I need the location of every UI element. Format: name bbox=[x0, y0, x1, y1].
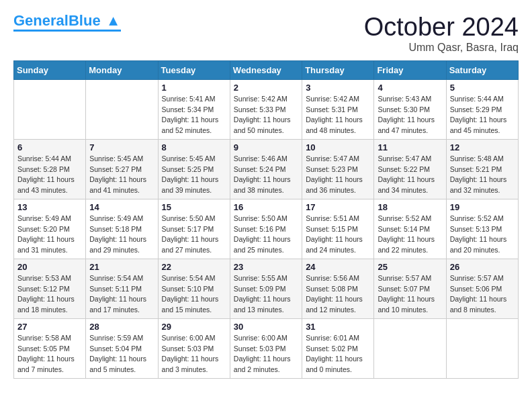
day-info: Sunrise: 5:46 AMSunset: 5:24 PMDaylight:… bbox=[234, 154, 298, 196]
calendar-cell bbox=[446, 318, 518, 378]
day-info: Sunrise: 5:54 AMSunset: 5:10 PMDaylight:… bbox=[162, 273, 226, 316]
day-info: Sunrise: 5:49 AMSunset: 5:20 PMDaylight:… bbox=[17, 214, 82, 256]
day-number: 9 bbox=[234, 142, 298, 152]
calendar-cell: 9Sunrise: 5:46 AMSunset: 5:24 PMDaylight… bbox=[230, 139, 302, 199]
day-number: 7 bbox=[89, 142, 154, 152]
calendar-cell: 26Sunrise: 5:57 AMSunset: 5:06 PMDayligh… bbox=[446, 259, 518, 318]
page-header: GeneralBlue ▲ October 2024 Umm Qasr, Bas… bbox=[13, 13, 519, 54]
day-number: 28 bbox=[89, 322, 154, 332]
day-number: 19 bbox=[450, 202, 515, 212]
calendar-week-row: 1Sunrise: 5:41 AMSunset: 5:34 PMDaylight… bbox=[14, 79, 519, 139]
day-number: 17 bbox=[306, 202, 370, 212]
day-number: 3 bbox=[306, 83, 370, 93]
day-info: Sunrise: 5:42 AMSunset: 5:33 PMDaylight:… bbox=[234, 94, 298, 136]
logo-icon: ▲ bbox=[106, 13, 121, 28]
calendar-cell: 10Sunrise: 5:47 AMSunset: 5:23 PMDayligh… bbox=[302, 139, 374, 199]
day-number: 5 bbox=[450, 83, 515, 93]
calendar-cell: 28Sunrise: 5:59 AMSunset: 5:04 PMDayligh… bbox=[86, 318, 158, 378]
day-number: 6 bbox=[17, 142, 82, 152]
day-number: 30 bbox=[234, 322, 298, 332]
calendar-cell: 27Sunrise: 5:58 AMSunset: 5:05 PMDayligh… bbox=[14, 318, 86, 378]
day-info: Sunrise: 5:52 AMSunset: 5:13 PMDaylight:… bbox=[450, 214, 515, 256]
day-number: 22 bbox=[162, 262, 226, 272]
month-title: October 2024 bbox=[364, 13, 519, 42]
weekday-header: Tuesday bbox=[158, 60, 230, 79]
day-number: 12 bbox=[450, 142, 515, 152]
calendar-cell: 2Sunrise: 5:42 AMSunset: 5:33 PMDaylight… bbox=[230, 79, 302, 139]
day-info: Sunrise: 5:50 AMSunset: 5:17 PMDaylight:… bbox=[162, 214, 226, 256]
day-number: 14 bbox=[89, 202, 154, 212]
calendar-week-row: 27Sunrise: 5:58 AMSunset: 5:05 PMDayligh… bbox=[14, 318, 519, 378]
day-info: Sunrise: 5:54 AMSunset: 5:11 PMDaylight:… bbox=[89, 273, 154, 316]
day-number: 18 bbox=[378, 202, 442, 212]
day-info: Sunrise: 5:45 AMSunset: 5:27 PMDaylight:… bbox=[89, 154, 154, 196]
day-number: 15 bbox=[162, 202, 226, 212]
calendar-cell: 5Sunrise: 5:44 AMSunset: 5:29 PMDaylight… bbox=[446, 79, 518, 139]
day-info: Sunrise: 5:42 AMSunset: 5:31 PMDaylight:… bbox=[306, 94, 370, 136]
calendar-cell: 16Sunrise: 5:50 AMSunset: 5:16 PMDayligh… bbox=[230, 199, 302, 259]
day-number: 27 bbox=[17, 322, 82, 332]
day-number: 31 bbox=[306, 322, 370, 332]
calendar-cell: 1Sunrise: 5:41 AMSunset: 5:34 PMDaylight… bbox=[158, 79, 230, 139]
calendar-table: SundayMondayTuesdayWednesdayThursdayFrid… bbox=[13, 60, 519, 379]
day-number: 20 bbox=[17, 262, 82, 272]
day-number: 24 bbox=[306, 262, 370, 272]
calendar-cell: 30Sunrise: 6:00 AMSunset: 5:03 PMDayligh… bbox=[230, 318, 302, 378]
logo: GeneralBlue ▲ bbox=[13, 13, 121, 32]
day-info: Sunrise: 5:47 AMSunset: 5:22 PMDaylight:… bbox=[378, 154, 442, 196]
calendar-cell: 4Sunrise: 5:43 AMSunset: 5:30 PMDaylight… bbox=[374, 79, 446, 139]
calendar-cell bbox=[86, 79, 158, 139]
day-info: Sunrise: 6:01 AMSunset: 5:02 PMDaylight:… bbox=[306, 333, 370, 375]
day-number: 23 bbox=[234, 262, 298, 272]
day-info: Sunrise: 5:55 AMSunset: 5:09 PMDaylight:… bbox=[234, 273, 298, 316]
day-info: Sunrise: 5:48 AMSunset: 5:21 PMDaylight:… bbox=[450, 154, 515, 196]
calendar-cell bbox=[374, 318, 446, 378]
day-number: 16 bbox=[234, 202, 298, 212]
calendar-cell: 12Sunrise: 5:48 AMSunset: 5:21 PMDayligh… bbox=[446, 139, 518, 199]
calendar-cell: 6Sunrise: 5:44 AMSunset: 5:28 PMDaylight… bbox=[14, 139, 86, 199]
day-number: 1 bbox=[162, 83, 226, 93]
day-info: Sunrise: 5:51 AMSunset: 5:15 PMDaylight:… bbox=[306, 214, 370, 256]
logo-blue: Blue bbox=[69, 12, 101, 29]
day-info: Sunrise: 5:44 AMSunset: 5:29 PMDaylight:… bbox=[450, 94, 515, 136]
calendar-week-row: 13Sunrise: 5:49 AMSunset: 5:20 PMDayligh… bbox=[14, 199, 519, 259]
calendar-cell: 29Sunrise: 6:00 AMSunset: 5:03 PMDayligh… bbox=[158, 318, 230, 378]
calendar-header-row: SundayMondayTuesdayWednesdayThursdayFrid… bbox=[14, 60, 519, 79]
calendar-cell: 20Sunrise: 5:53 AMSunset: 5:12 PMDayligh… bbox=[14, 259, 86, 318]
calendar-cell: 7Sunrise: 5:45 AMSunset: 5:27 PMDaylight… bbox=[86, 139, 158, 199]
day-info: Sunrise: 5:45 AMSunset: 5:25 PMDaylight:… bbox=[162, 154, 226, 196]
day-number: 25 bbox=[378, 262, 442, 272]
location: Umm Qasr, Basra, Iraq bbox=[364, 42, 519, 54]
weekday-header: Monday bbox=[86, 60, 158, 79]
day-info: Sunrise: 5:49 AMSunset: 5:18 PMDaylight:… bbox=[89, 214, 154, 256]
calendar-cell: 24Sunrise: 5:56 AMSunset: 5:08 PMDayligh… bbox=[302, 259, 374, 318]
calendar-cell bbox=[14, 79, 86, 139]
calendar-cell: 22Sunrise: 5:54 AMSunset: 5:10 PMDayligh… bbox=[158, 259, 230, 318]
day-info: Sunrise: 6:00 AMSunset: 5:03 PMDaylight:… bbox=[162, 333, 226, 375]
day-number: 10 bbox=[306, 142, 370, 152]
day-info: Sunrise: 5:50 AMSunset: 5:16 PMDaylight:… bbox=[234, 214, 298, 256]
calendar-cell: 31Sunrise: 6:01 AMSunset: 5:02 PMDayligh… bbox=[302, 318, 374, 378]
logo-underline bbox=[13, 30, 121, 32]
day-number: 2 bbox=[234, 83, 298, 93]
calendar-cell: 8Sunrise: 5:45 AMSunset: 5:25 PMDaylight… bbox=[158, 139, 230, 199]
day-info: Sunrise: 6:00 AMSunset: 5:03 PMDaylight:… bbox=[234, 333, 298, 375]
weekday-header: Thursday bbox=[302, 60, 374, 79]
logo-text: GeneralBlue ▲ bbox=[13, 13, 121, 28]
day-number: 26 bbox=[450, 262, 515, 272]
day-info: Sunrise: 5:53 AMSunset: 5:12 PMDaylight:… bbox=[17, 273, 82, 316]
calendar-cell: 14Sunrise: 5:49 AMSunset: 5:18 PMDayligh… bbox=[86, 199, 158, 259]
calendar-cell: 3Sunrise: 5:42 AMSunset: 5:31 PMDaylight… bbox=[302, 79, 374, 139]
weekday-header: Saturday bbox=[446, 60, 518, 79]
day-info: Sunrise: 5:43 AMSunset: 5:30 PMDaylight:… bbox=[378, 94, 442, 136]
day-info: Sunrise: 5:44 AMSunset: 5:28 PMDaylight:… bbox=[17, 154, 82, 196]
day-number: 21 bbox=[89, 262, 154, 272]
calendar-week-row: 6Sunrise: 5:44 AMSunset: 5:28 PMDaylight… bbox=[14, 139, 519, 199]
calendar-cell: 19Sunrise: 5:52 AMSunset: 5:13 PMDayligh… bbox=[446, 199, 518, 259]
calendar-cell: 13Sunrise: 5:49 AMSunset: 5:20 PMDayligh… bbox=[14, 199, 86, 259]
weekday-header: Sunday bbox=[14, 60, 86, 79]
day-info: Sunrise: 5:58 AMSunset: 5:05 PMDaylight:… bbox=[17, 333, 82, 375]
logo-general: General bbox=[13, 12, 69, 29]
day-info: Sunrise: 5:57 AMSunset: 5:06 PMDaylight:… bbox=[450, 273, 515, 316]
title-block: October 2024 Umm Qasr, Basra, Iraq bbox=[364, 13, 519, 54]
